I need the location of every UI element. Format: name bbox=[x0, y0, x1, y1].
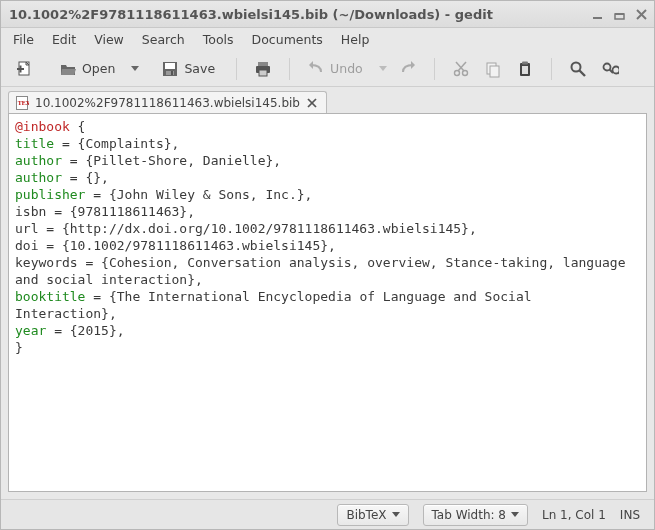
chevron-down-icon bbox=[392, 512, 400, 517]
copy-button[interactable] bbox=[480, 55, 506, 83]
svg-rect-19 bbox=[487, 63, 496, 74]
new-file-icon bbox=[15, 60, 33, 78]
clipboard-icon bbox=[516, 60, 534, 78]
svg-rect-5 bbox=[19, 62, 29, 75]
tab-width-button[interactable]: Tab Width: 8 bbox=[423, 504, 528, 526]
svg-point-28 bbox=[612, 66, 619, 73]
syntax-mode-button[interactable]: BibTeX bbox=[337, 504, 408, 526]
redo-button[interactable] bbox=[395, 55, 421, 83]
titlebar: 10.1002%2F9781118611463.wbielsi145.bib (… bbox=[1, 1, 654, 28]
cut-button[interactable] bbox=[448, 55, 474, 83]
save-button[interactable]: Save bbox=[157, 55, 223, 83]
svg-line-25 bbox=[579, 70, 585, 76]
minimize-button[interactable] bbox=[590, 7, 605, 22]
undo-icon bbox=[307, 60, 325, 78]
toolbar-separator bbox=[434, 58, 435, 80]
menu-file[interactable]: File bbox=[4, 29, 43, 50]
svg-rect-13 bbox=[256, 66, 270, 73]
svg-line-18 bbox=[456, 62, 464, 71]
svg-point-16 bbox=[462, 70, 467, 75]
find-replace-button[interactable] bbox=[597, 55, 623, 83]
svg-rect-21 bbox=[520, 63, 530, 76]
save-label: Save bbox=[184, 61, 215, 76]
open-dropdown[interactable] bbox=[129, 55, 141, 83]
toolbar-separator bbox=[551, 58, 552, 80]
tab-close-button[interactable] bbox=[306, 96, 319, 109]
copy-icon bbox=[484, 60, 502, 78]
undo-button[interactable]: Undo bbox=[303, 55, 371, 83]
tab-width-label: Tab Width: 8 bbox=[432, 508, 506, 522]
window: 10.1002%2F9781118611463.wbielsi145.bib (… bbox=[0, 0, 655, 530]
cursor-position: Ln 1, Col 1 bbox=[542, 508, 606, 522]
toolbar-separator bbox=[236, 58, 237, 80]
chevron-down-icon bbox=[511, 512, 519, 517]
menu-view[interactable]: View bbox=[85, 29, 133, 50]
document-tab[interactable]: TEX 10.1002%2F9781118611463.wbielsi145.b… bbox=[8, 91, 327, 113]
svg-rect-10 bbox=[166, 71, 174, 75]
svg-text:TEX: TEX bbox=[18, 100, 29, 106]
scissors-icon bbox=[452, 60, 470, 78]
tabbar: TEX 10.1002%2F9781118611463.wbielsi145.b… bbox=[1, 87, 654, 113]
menubar: File Edit View Search Tools Documents He… bbox=[1, 28, 654, 51]
svg-line-3 bbox=[637, 10, 646, 19]
magnifier-icon bbox=[569, 60, 587, 78]
svg-point-26 bbox=[603, 63, 610, 70]
menu-tools[interactable]: Tools bbox=[194, 29, 243, 50]
open-folder-icon bbox=[59, 60, 77, 78]
svg-rect-22 bbox=[522, 66, 528, 74]
svg-rect-23 bbox=[522, 61, 528, 64]
undo-dropdown[interactable] bbox=[377, 55, 389, 83]
svg-rect-9 bbox=[165, 63, 175, 69]
svg-line-17 bbox=[458, 62, 466, 71]
svg-line-32 bbox=[308, 99, 316, 107]
paste-button[interactable] bbox=[512, 55, 538, 83]
maximize-button[interactable] bbox=[612, 7, 627, 22]
redo-icon bbox=[399, 60, 417, 78]
svg-rect-8 bbox=[163, 62, 177, 76]
svg-rect-30 bbox=[17, 96, 28, 109]
svg-rect-1 bbox=[615, 14, 624, 19]
open-button[interactable]: Open bbox=[55, 55, 123, 83]
editor-wrap: @inbook { title = {Complaints}, author =… bbox=[1, 113, 654, 499]
print-button[interactable] bbox=[250, 55, 276, 83]
svg-rect-12 bbox=[258, 62, 268, 67]
svg-line-33 bbox=[308, 99, 316, 107]
tab-filename: 10.1002%2F9781118611463.wbielsi145.bib bbox=[35, 96, 300, 110]
svg-rect-14 bbox=[259, 70, 267, 76]
open-label: Open bbox=[82, 61, 115, 76]
toolbar-separator bbox=[289, 58, 290, 80]
tex-file-icon: TEX bbox=[15, 96, 29, 110]
svg-line-4 bbox=[637, 10, 646, 19]
svg-rect-20 bbox=[490, 66, 499, 77]
statusbar: BibTeX Tab Width: 8 Ln 1, Col 1 INS bbox=[1, 499, 654, 529]
syntax-mode-label: BibTeX bbox=[346, 508, 386, 522]
window-title: 10.1002%2F9781118611463.wbielsi145.bib (… bbox=[9, 7, 590, 22]
save-disk-icon bbox=[161, 60, 179, 78]
svg-line-27 bbox=[609, 69, 613, 73]
menu-help[interactable]: Help bbox=[332, 29, 379, 50]
svg-line-29 bbox=[618, 72, 619, 75]
svg-point-15 bbox=[454, 70, 459, 75]
insert-mode: INS bbox=[620, 508, 640, 522]
printer-icon bbox=[254, 60, 272, 78]
menu-edit[interactable]: Edit bbox=[43, 29, 85, 50]
new-button[interactable] bbox=[11, 55, 37, 83]
text-editor[interactable]: @inbook { title = {Complaints}, author =… bbox=[8, 113, 647, 492]
svg-point-24 bbox=[571, 62, 580, 71]
menu-documents[interactable]: Documents bbox=[243, 29, 332, 50]
menu-search[interactable]: Search bbox=[133, 29, 194, 50]
undo-label: Undo bbox=[330, 61, 363, 76]
close-button[interactable] bbox=[634, 7, 649, 22]
find-replace-icon bbox=[601, 60, 619, 78]
toolbar: Open Save Undo bbox=[1, 51, 654, 87]
find-button[interactable] bbox=[565, 55, 591, 83]
window-buttons bbox=[590, 7, 649, 22]
svg-rect-11 bbox=[171, 71, 173, 75]
